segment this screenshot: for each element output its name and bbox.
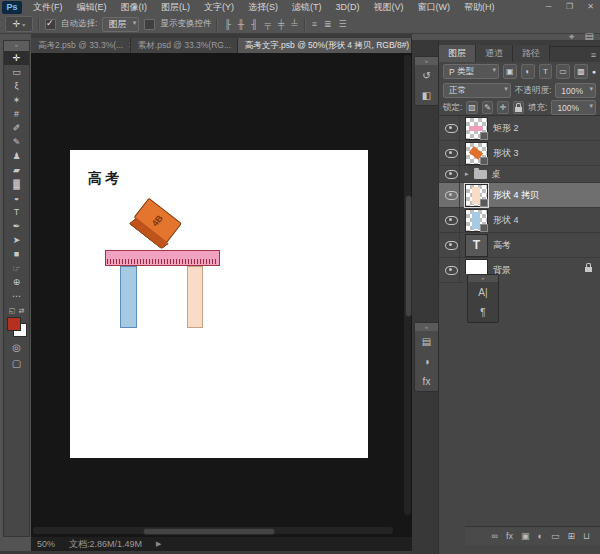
show-transform-checkbox[interactable] (144, 19, 155, 30)
menu-select[interactable]: 选择(S) (241, 0, 285, 15)
lock-transparent-icon[interactable]: ▨ (466, 101, 477, 114)
tool-move[interactable]: ✛ (4, 51, 29, 65)
distribute-top-icon[interactable]: ≡ (311, 19, 318, 29)
tab-paths[interactable]: 路径 (513, 45, 550, 62)
align-right-icon[interactable]: ╢ (250, 19, 258, 29)
quick-mask-button[interactable]: ◎ (12, 342, 21, 353)
layer-name[interactable]: 桌 (492, 168, 501, 181)
layer-row-group[interactable]: ▸ 桌 (439, 166, 600, 183)
layer-thumbnail[interactable] (465, 142, 488, 165)
visibility-toggle[interactable] (443, 141, 460, 165)
layer-row-text[interactable]: T 高考 (439, 233, 600, 258)
layer-thumbnail[interactable] (465, 117, 488, 140)
lock-pixels-icon[interactable]: ✎ (482, 101, 493, 114)
tool-quick-selection[interactable]: ✶ (4, 93, 29, 107)
visibility-toggle[interactable] (443, 166, 460, 182)
tool-lasso[interactable]: ξ (4, 79, 29, 93)
filter-type-layers-icon[interactable]: T (539, 64, 553, 79)
tool-preset-picker[interactable]: ✛ ▾ (5, 16, 33, 32)
menu-3d[interactable]: 3D(D) (329, 0, 367, 15)
visibility-toggle[interactable] (443, 258, 460, 282)
layer-name[interactable]: 形状 3 (493, 147, 519, 160)
blend-mode-dropdown[interactable]: 正常 (443, 83, 511, 98)
layer-thumbnail[interactable] (465, 209, 488, 232)
opacity-field[interactable]: 100% (555, 83, 596, 98)
tool-zoom[interactable]: ⊕ (4, 275, 29, 289)
styles-panel-icon[interactable]: ◑ (415, 351, 438, 371)
tool-shape[interactable]: ■ (4, 247, 29, 261)
tool-clone-stamp[interactable]: ♟ (4, 149, 29, 163)
menu-help[interactable]: 帮助(H) (457, 0, 502, 15)
foreground-color-swatch[interactable] (7, 317, 21, 331)
scrollbar-thumb[interactable] (143, 528, 275, 535)
menu-type[interactable]: 文字(Y) (197, 0, 241, 15)
align-top-icon[interactable]: ╤ (264, 19, 272, 29)
adjustment-layer-icon[interactable]: ◐ (537, 531, 542, 541)
tool-eraser[interactable]: ▰ (4, 163, 29, 177)
fill-field[interactable]: 100% (551, 100, 596, 115)
align-hcenter-icon[interactable]: ╫ (237, 19, 245, 29)
tab-gaokao2[interactable]: 高考2.psb @ 33.3%(... ✕ (31, 38, 131, 53)
horizontal-scrollbar[interactable] (33, 527, 393, 534)
edit-toolbar-button[interactable]: ⋯ (4, 289, 29, 303)
layer-row-rect2[interactable]: 矩形 2 (439, 116, 600, 141)
menu-image[interactable]: 图像(I) (114, 0, 155, 15)
layer-name[interactable]: 高考 (493, 239, 511, 252)
link-layers-icon[interactable]: ∞ (492, 531, 498, 541)
menu-view[interactable]: 视图(V) (367, 0, 411, 15)
visibility-toggle[interactable] (443, 208, 460, 232)
auto-select-checkbox[interactable] (45, 19, 56, 30)
tool-type[interactable]: T (4, 205, 29, 219)
effects-panel-icon[interactable]: fx (415, 371, 438, 391)
layer-row-shape4[interactable]: 形状 4 (439, 208, 600, 233)
vertical-scrollbar[interactable] (404, 55, 411, 515)
filter-toggle-icon[interactable]: ● (592, 68, 596, 75)
align-vcenter-icon[interactable]: ╪ (277, 19, 285, 29)
delete-layer-icon[interactable]: ⊔ (583, 531, 590, 541)
tool-marquee[interactable]: ▭ (4, 65, 29, 79)
visibility-toggle[interactable] (443, 233, 460, 257)
visibility-toggle[interactable] (443, 183, 460, 207)
maximize-button[interactable]: ❐ (562, 1, 577, 13)
filter-shape-layers-icon[interactable]: ▭ (556, 64, 570, 79)
tool-crop[interactable]: # (4, 107, 29, 121)
close-button[interactable]: ✕ (583, 1, 598, 13)
menu-edit[interactable]: 编辑(E) (70, 0, 114, 15)
collapse-chevrons-icon[interactable]: » (415, 57, 438, 65)
tool-brush[interactable]: ✎ (4, 135, 29, 149)
new-layer-icon[interactable]: ⊞ (567, 531, 575, 541)
filter-adjustment-layers-icon[interactable]: ◐ (521, 64, 535, 79)
tool-path-selection[interactable]: ➤ (4, 233, 29, 247)
layer-row-shape4-copy[interactable]: 形状 4 拷贝 (439, 183, 600, 208)
minimize-button[interactable]: ─ (541, 1, 556, 13)
new-group-icon[interactable]: ▭ (551, 531, 560, 541)
align-left-icon[interactable]: ╟ (223, 19, 231, 29)
menu-window[interactable]: 窗口(W) (411, 0, 458, 15)
history-panel-icon[interactable]: ↺ (415, 65, 438, 85)
tab-layers[interactable]: 图层 (439, 45, 476, 62)
layer-name[interactable]: 形状 4 拷贝 (493, 189, 539, 202)
tool-hand[interactable]: ☞ (4, 261, 29, 275)
layer-thumbnail[interactable] (465, 184, 488, 207)
tool-pen[interactable]: ✒ (4, 219, 29, 233)
menu-layer[interactable]: 图层(L) (154, 0, 197, 15)
tab-gaokao-wenzi-active[interactable]: 高考文字.psb @ 50%(形状 4 拷贝, RGB/8#) * ✕ (238, 38, 412, 53)
tab-channels[interactable]: 通道 (476, 45, 513, 62)
text-layer-thumbnail[interactable]: T (465, 234, 488, 257)
menu-file[interactable]: 文件(F) (26, 0, 70, 15)
document-canvas[interactable]: 高考 4B (70, 150, 368, 458)
filter-pixel-layers-icon[interactable]: ▣ (503, 64, 517, 79)
align-bottom-icon[interactable]: ╧ (290, 19, 298, 29)
visibility-toggle[interactable] (443, 116, 460, 140)
screen-mode-button[interactable]: ▢ (12, 358, 21, 369)
scrollbar-thumb[interactable] (405, 195, 412, 317)
layer-row-shape3[interactable]: 形状 3 (439, 141, 600, 166)
menu-filter[interactable]: 滤镜(T) (285, 0, 329, 15)
layer-style-icon[interactable]: fx (506, 531, 513, 541)
tool-gradient[interactable]: ▓ (4, 177, 29, 191)
panel-menu-icon[interactable]: ≡ (591, 50, 596, 60)
layer-mask-icon[interactable]: ▣ (521, 531, 530, 541)
distribute-bottom-icon[interactable]: ☰ (338, 19, 348, 29)
tab-sucai[interactable]: 素材.psd @ 33.3%(RG... ✕ (131, 38, 238, 53)
status-options-arrow[interactable]: ▶ (156, 540, 161, 548)
